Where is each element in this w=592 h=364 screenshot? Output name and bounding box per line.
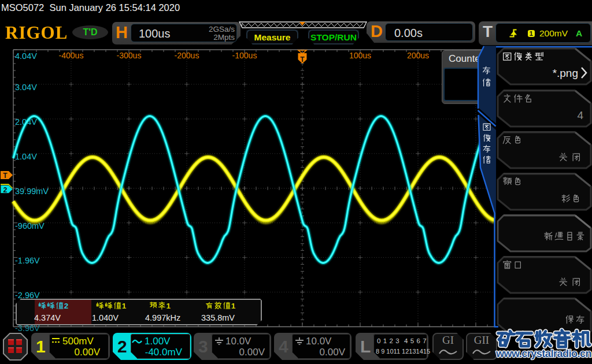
svg-text:www.crystalradio.cn: www.crystalradio.cn bbox=[495, 348, 591, 359]
